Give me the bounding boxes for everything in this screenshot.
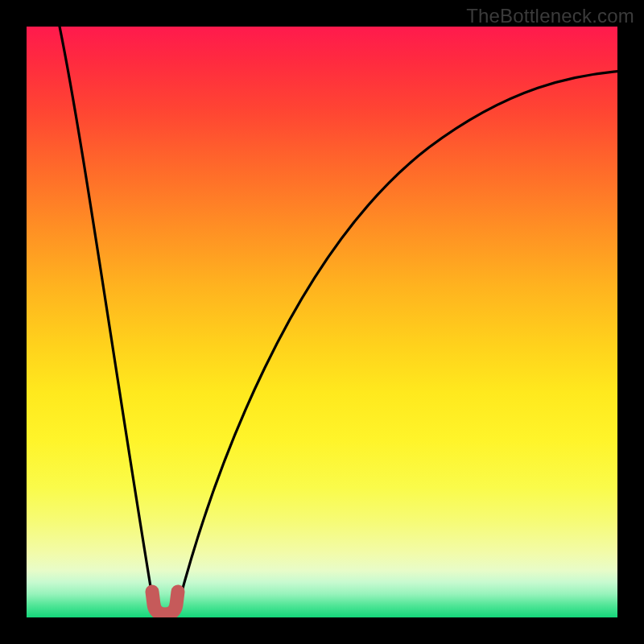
curve-left-branch [59,27,154,606]
minimum-marker [152,592,178,614]
bottleneck-curve [27,27,617,617]
chart-frame: TheBottleneck.com [0,0,644,644]
watermark-text: TheBottleneck.com [466,5,634,27]
plot-area [27,27,617,617]
curve-right-branch [178,71,617,606]
